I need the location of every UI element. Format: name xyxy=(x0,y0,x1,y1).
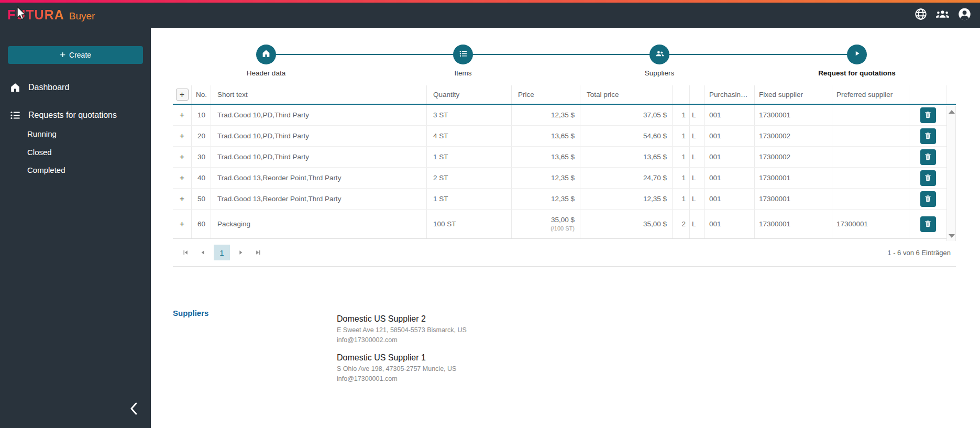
cell-n1: 1 xyxy=(673,189,690,209)
step-suppliers: Suppliers xyxy=(607,45,712,77)
create-button[interactable]: + Create xyxy=(8,46,143,64)
sidebar-subitem-closed[interactable]: Closed xyxy=(27,145,52,159)
trash-icon xyxy=(923,173,932,183)
cell-fixed-supplier: 17300001 xyxy=(755,189,832,209)
cell-quantity: 1 ST xyxy=(427,189,512,209)
cell-purchasing: 001 xyxy=(705,210,755,238)
sidebar-collapse-button[interactable] xyxy=(124,399,145,420)
table-row[interactable]: + 60 Packaging 100 ST 35,00 $(/100 ST) 3… xyxy=(173,210,946,239)
users-group-icon[interactable] xyxy=(935,7,950,21)
table-row[interactable]: + 40 Trad.Good 13,Reorder Point,Thrd Par… xyxy=(173,168,946,189)
table-row[interactable]: + 50 Trad.Good 13,Reorder Point,Thrd Par… xyxy=(173,189,946,210)
suppliers-list: Domestic US Supplier 2 E Sweet Ave 121, … xyxy=(337,314,467,384)
cell-quantity: 3 ST xyxy=(427,105,512,125)
step-items-circle[interactable] xyxy=(453,45,473,64)
cell-purchasing: 001 xyxy=(705,147,755,167)
delete-row-button[interactable] xyxy=(920,107,936,123)
cell-no: 20 xyxy=(192,126,211,146)
cell-short-text: Trad.Good 10,PD,Third Party xyxy=(211,105,427,125)
header-col-n1 xyxy=(673,85,690,104)
delete-row-button[interactable] xyxy=(920,216,936,232)
app-logo[interactable]: FUTURA Buyer xyxy=(7,7,95,23)
step-rfq-circle[interactable] xyxy=(847,45,867,64)
brand-name: FUTURA xyxy=(7,7,64,23)
cell-fixed-supplier: 17300001 xyxy=(755,210,832,238)
play-icon xyxy=(852,49,862,60)
delete-row-button[interactable] xyxy=(920,149,936,165)
cell-preferred-supplier xyxy=(832,105,909,125)
supplier-name: Domestic US Supplier 1 xyxy=(337,353,467,363)
cell-quantity: 4 ST xyxy=(427,126,512,146)
header-add-cell: + xyxy=(173,85,192,104)
supplier-address: S Ohio Ave 198, 47305-2757 Muncie, US xyxy=(337,364,467,374)
chevron-left-icon xyxy=(126,401,142,419)
cell-fixed-supplier: 17300001 xyxy=(755,168,832,188)
expand-row-icon[interactable]: + xyxy=(173,168,192,188)
step-header-data-circle[interactable] xyxy=(256,45,276,64)
step-suppliers-circle[interactable] xyxy=(649,45,669,64)
expand-row-icon[interactable]: + xyxy=(173,189,192,209)
price-value: 12,35 $ xyxy=(551,111,575,119)
supplier-address: E Sweet Ave 121, 58504-5573 Bismarck, US xyxy=(337,325,467,335)
header-actions xyxy=(909,85,946,104)
cell-preferred-supplier: 17300001 xyxy=(832,210,909,238)
cell-total-price: 35,00 $ xyxy=(580,210,673,238)
create-button-label: Create xyxy=(69,51,91,59)
pagination-first-button[interactable] xyxy=(179,246,192,259)
cell-n2: L xyxy=(690,210,705,238)
cell-purchasing: 001 xyxy=(705,105,755,125)
account-circle-icon[interactable] xyxy=(957,7,972,21)
cell-purchasing: 001 xyxy=(705,126,755,146)
expand-row-icon[interactable]: + xyxy=(173,105,192,125)
people-icon xyxy=(655,49,665,61)
scroll-up-arrow-icon[interactable] xyxy=(949,110,955,114)
plus-icon: + xyxy=(60,50,65,60)
scroll-down-arrow-icon[interactable] xyxy=(949,234,955,238)
cell-price: 12,35 $ xyxy=(512,189,580,209)
pagination-prev-button[interactable] xyxy=(196,246,209,259)
pagination-entries-summary: 1 - 6 von 6 Einträgen xyxy=(887,249,956,257)
cell-quantity: 100 ST xyxy=(427,210,512,238)
sidebar-item-label: Dashboard xyxy=(28,83,69,92)
step-label: Request for quotations xyxy=(818,69,896,77)
trash-icon xyxy=(923,219,932,229)
delete-row-button[interactable] xyxy=(920,128,936,144)
topbar: FUTURA Buyer xyxy=(0,0,980,28)
add-item-button[interactable]: + xyxy=(176,89,189,101)
cell-total-price: 37,05 $ xyxy=(580,105,673,125)
table-vertical-scrollbar[interactable] xyxy=(946,106,956,241)
table-row[interactable]: + 30 Trad.Good 10,PD,Third Party 1 ST 13… xyxy=(173,147,946,168)
cell-n2: L xyxy=(690,105,705,125)
delete-row-button[interactable] xyxy=(920,170,936,186)
expand-row-icon[interactable]: + xyxy=(173,126,192,146)
table-row[interactable]: + 10 Trad.Good 10,PD,Third Party 3 ST 12… xyxy=(173,105,946,126)
header-fixed-supplier: Fixed supplier xyxy=(755,85,832,104)
brand-gradient-stripe xyxy=(0,0,980,3)
delete-row-button[interactable] xyxy=(920,191,936,207)
cell-n2: L xyxy=(690,189,705,209)
expand-row-icon[interactable]: + xyxy=(173,210,192,238)
trash-icon xyxy=(923,194,932,204)
cell-short-text: Trad.Good 13,Reorder Point,Thrd Party xyxy=(211,189,427,209)
cell-no: 60 xyxy=(192,210,211,238)
sidebar-subitem-running[interactable]: Running xyxy=(27,126,57,141)
pagination-next-button[interactable] xyxy=(235,246,247,259)
cell-n1: 1 xyxy=(673,105,690,125)
language-globe-icon[interactable] xyxy=(913,7,928,21)
cell-n2: L xyxy=(690,147,705,167)
table-row[interactable]: + 20 Trad.Good 10,PD,Third Party 4 ST 13… xyxy=(173,126,946,147)
cell-short-text: Trad.Good 13,Reorder Point,Thrd Party xyxy=(211,168,427,188)
sidebar-item-dashboard[interactable]: Dashboard xyxy=(0,79,151,96)
sidebar-item-requests-for-quotations[interactable]: Requests for quotations xyxy=(0,106,151,124)
home-icon xyxy=(9,82,21,93)
table-header-row: + No. Short text Quantity Price Total pr… xyxy=(173,85,956,105)
supplier-name: Domestic US Supplier 2 xyxy=(337,314,467,324)
sidebar-subitem-completed[interactable]: Completed xyxy=(27,162,65,177)
pagination-page-1[interactable]: 1 xyxy=(214,245,230,260)
step-label: Suppliers xyxy=(645,69,674,77)
header-preferred-supplier: Preferred supplier xyxy=(832,85,909,104)
pagination-last-button[interactable] xyxy=(252,246,265,259)
supplier-entry: Domestic US Supplier 1 S Ohio Ave 198, 4… xyxy=(337,353,467,384)
cell-quantity: 2 ST xyxy=(427,168,512,188)
expand-row-icon[interactable]: + xyxy=(173,147,192,167)
